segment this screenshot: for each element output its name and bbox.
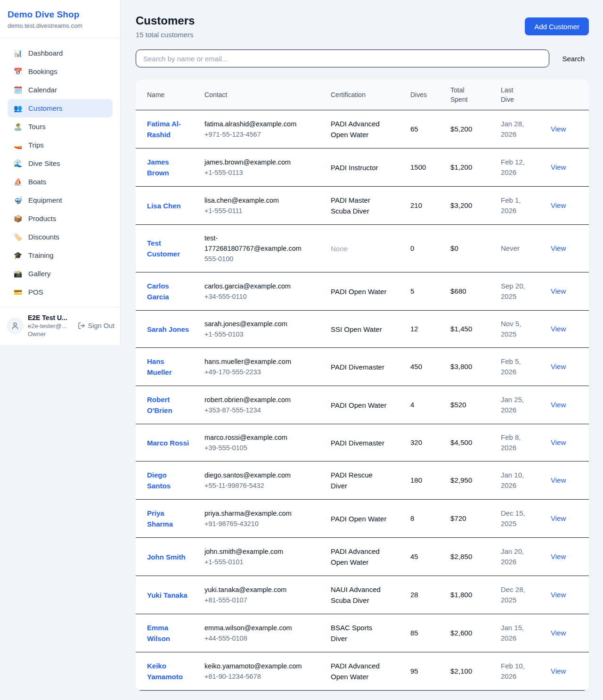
customer-name-link[interactable]: Keiko Yamamoto xyxy=(147,660,190,682)
customer-last-dive: Dec 15, 2025 xyxy=(501,508,535,529)
view-customer-link[interactable]: View xyxy=(551,629,566,637)
customer-last-dive: Feb 8, 2026 xyxy=(501,432,535,453)
view-customer-link[interactable]: View xyxy=(551,201,566,209)
view-customer-link[interactable]: View xyxy=(551,325,566,333)
table-row: Robert O'Brien robert.obrien@example.com… xyxy=(136,386,589,424)
customer-phone: +44-555-0108 xyxy=(204,633,327,643)
avatar xyxy=(7,317,24,334)
sidebar-item-calendar[interactable]: 🗓️ Calendar xyxy=(8,81,113,99)
customer-total-spent: $3,800 xyxy=(450,348,501,386)
customer-phone: +81-555-0107 xyxy=(204,595,327,605)
customer-name-link[interactable]: Emma Wilson xyxy=(147,622,190,644)
customer-name-link[interactable]: John Smith xyxy=(147,552,186,562)
customer-email: keiko.yamamoto@example.com xyxy=(204,661,304,671)
view-customer-link[interactable]: View xyxy=(551,362,566,371)
island-icon: 🏝️ xyxy=(13,123,23,130)
customer-name-link[interactable]: Diego Santos xyxy=(147,469,190,491)
sidebar-item-products[interactable]: 📦 Products xyxy=(8,209,113,228)
view-customer-link[interactable]: View xyxy=(551,591,566,599)
calendar-icon: 🗓️ xyxy=(13,86,23,93)
view-customer-link[interactable]: View xyxy=(551,125,566,133)
customer-phone: +1-555-0103 xyxy=(204,329,327,339)
column-header-dives: Dives xyxy=(410,80,450,110)
customer-certification: PADI Divemaster xyxy=(331,362,384,372)
sidebar-item-label: Equipment xyxy=(28,196,62,204)
view-customer-link[interactable]: View xyxy=(551,163,566,171)
customer-email: robert.obrien@example.com xyxy=(204,395,304,405)
sign-out-button[interactable]: Sign Out xyxy=(78,322,114,329)
customer-name-link[interactable]: Fatima Al-Rashid xyxy=(147,118,190,140)
shop-domain: demo.test.divestreams.com xyxy=(8,22,113,29)
view-customer-link[interactable]: View xyxy=(551,552,566,560)
sidebar-item-dive-sites[interactable]: 🌊 Dive Sites xyxy=(8,154,113,173)
view-customer-link[interactable]: View xyxy=(551,438,566,446)
sidebar-item-discounts[interactable]: 🏷️ Discounts xyxy=(8,228,113,246)
view-customer-link[interactable]: View xyxy=(551,287,566,295)
customer-certification: PADI Advanced Open Water xyxy=(331,660,388,682)
user-email: e2e-tester@... xyxy=(28,322,67,329)
customer-contact: priya.sharma@example.com +91-98765-43210 xyxy=(204,500,331,538)
customer-name-link[interactable]: Carlos Garcia xyxy=(147,280,190,302)
package-icon: 📦 xyxy=(13,215,23,222)
customer-contact: test-1772681807767@example.com 555-0100 xyxy=(204,225,331,272)
sidebar-item-label: Dashboard xyxy=(28,49,63,57)
sidebar-item-pos[interactable]: 💳 POS xyxy=(8,283,113,301)
sidebar-item-bookings[interactable]: 📅 Bookings xyxy=(8,62,113,81)
customer-total-spent: $1,800 xyxy=(450,576,501,614)
customer-name-link[interactable]: Lisa Chen xyxy=(147,200,181,211)
sidebar: Demo Dive Shop demo.test.divestreams.com… xyxy=(0,0,121,345)
view-customer-link[interactable]: View xyxy=(551,244,566,252)
sidebar-item-equipment[interactable]: 🤿 Equipment xyxy=(8,191,113,209)
table-row: Emma Wilson emma.wilson@example.com +44-… xyxy=(136,614,589,652)
add-customer-button[interactable]: Add Customer xyxy=(525,17,589,35)
customer-count: 15 total customers xyxy=(136,31,195,39)
view-customer-link[interactable]: View xyxy=(551,667,566,675)
customer-certification: SSI Open Water xyxy=(331,324,382,335)
search-button[interactable]: Search xyxy=(549,55,589,63)
sailboat-icon: ⛵ xyxy=(13,178,23,185)
customer-name-link[interactable]: James Brown xyxy=(147,156,190,178)
table-header: Name Contact Certification Dives Total S… xyxy=(136,80,589,110)
customer-name-link[interactable]: Marco Rossi xyxy=(147,437,189,448)
customer-name-link[interactable]: Test Customer xyxy=(147,238,190,259)
customer-name-link[interactable]: Sarah Jones xyxy=(147,324,189,335)
sidebar-item-training[interactable]: 🎓 Training xyxy=(8,246,113,264)
view-customer-link[interactable]: View xyxy=(551,401,566,409)
bookings-calendar-icon: 📅 xyxy=(13,68,23,75)
customer-dives: 1500 xyxy=(410,148,450,187)
graduation-cap-icon: 🎓 xyxy=(13,252,23,259)
customer-total-spent: $680 xyxy=(450,272,501,311)
search-input[interactable] xyxy=(136,49,549,67)
sidebar-item-boats[interactable]: ⛵ Boats xyxy=(8,173,113,191)
customer-phone: +49-170-555-2233 xyxy=(204,367,327,377)
sidebar-item-gallery[interactable]: 📸 Gallery xyxy=(8,264,113,283)
sidebar-item-label: Boats xyxy=(28,178,46,186)
customer-name-link[interactable]: Robert O'Brien xyxy=(147,394,190,416)
view-customer-link[interactable]: View xyxy=(551,514,566,522)
customer-dives: 5 xyxy=(410,272,450,311)
customer-phone: 555-0100 xyxy=(204,254,327,264)
customer-name-link[interactable]: Priya Sharma xyxy=(147,508,190,529)
customer-email: lisa.chen@example.com xyxy=(204,195,304,206)
customer-dives: 180 xyxy=(410,461,450,500)
sidebar-item-tours[interactable]: 🏝️ Tours xyxy=(8,117,113,136)
customer-name-link[interactable]: Yuki Tanaka xyxy=(147,590,187,601)
customer-phone: +353-87-555-1234 xyxy=(204,405,327,415)
customers-table-card: Name Contact Certification Dives Total S… xyxy=(136,80,589,691)
sidebar-item-dashboard[interactable]: 📊 Dashboard xyxy=(8,44,113,62)
table-row: Marco Rossi marco.rossi@example.com +39-… xyxy=(136,424,589,461)
customer-phone: +34-555-0110 xyxy=(204,291,327,302)
view-customer-link[interactable]: View xyxy=(551,476,566,484)
sidebar-item-label: Discounts xyxy=(28,233,59,241)
customer-phone: +1-555-0111 xyxy=(204,206,327,216)
wave-icon: 🌊 xyxy=(13,160,23,167)
sidebar-item-customers[interactable]: 👥 Customers xyxy=(8,99,113,117)
customer-total-spent: $520 xyxy=(450,386,501,424)
page-header: Customers 15 total customers Add Custome… xyxy=(136,14,589,39)
customer-email: carlos.garcia@example.com xyxy=(204,281,304,291)
customer-contact: yuki.tanaka@example.com +81-555-0107 xyxy=(204,576,331,614)
customer-name-link[interactable]: Hans Mueller xyxy=(147,356,190,378)
sidebar-item-trips[interactable]: 🚤 Trips xyxy=(8,136,113,154)
column-header-certification: Certification xyxy=(331,80,410,110)
table-row: Sarah Jones sarah.jones@example.com +1-5… xyxy=(136,311,589,348)
